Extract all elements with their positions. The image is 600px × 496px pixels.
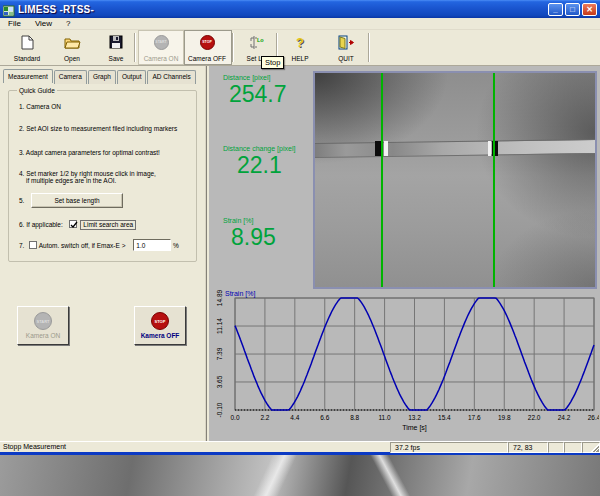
strain-value: 8.95 (231, 224, 276, 251)
svg-text:2.2: 2.2 (260, 414, 269, 421)
svg-text:4.4: 4.4 (290, 414, 299, 421)
guide-step-1: 1. Camera ON (19, 103, 191, 110)
desktop-wallpaper (0, 455, 600, 496)
menu-file[interactable]: File (8, 19, 21, 28)
guide-step-2: 2. Set AOI size to measurement filed inc… (19, 125, 191, 132)
svg-text:Time [s]: Time [s] (402, 424, 427, 432)
quick-guide-title: Quick Guide (17, 87, 57, 94)
camera-start-icon: START (154, 34, 169, 50)
kamera-off-button[interactable]: STOP Kamera OFF (134, 306, 186, 345)
svg-text:24.2: 24.2 (558, 414, 571, 421)
auto-switch-off-label: Autom. switch off, if Emax-E > (39, 242, 126, 249)
svg-text:Lo: Lo (257, 37, 264, 43)
save-label: Save (109, 55, 124, 62)
camera-live-image[interactable] (313, 71, 597, 289)
limit-search-checkbox[interactable] (69, 220, 77, 228)
svg-text:0.0: 0.0 (230, 414, 239, 421)
quit-label: QUIT (338, 55, 354, 62)
measurement-panel: Measurement Camera Graph Output AD Chann… (0, 66, 207, 441)
limit-search-label[interactable]: Limit search area (80, 220, 136, 230)
menu-help[interactable]: ? (66, 19, 70, 28)
camera-off-button[interactable]: STOP Camera OFF (185, 32, 229, 63)
status-panel-empty (548, 442, 564, 453)
svg-text:7.39: 7.39 (216, 347, 223, 360)
close-button[interactable]: ✕ (582, 3, 597, 16)
specimen-strip (313, 139, 597, 158)
marker-line-1[interactable] (381, 73, 383, 287)
guide-step-4: 4. Set marker 1/2 by right mouse click i… (19, 170, 191, 184)
save-floppy-icon (109, 34, 123, 50)
toolbar-separator (232, 33, 234, 62)
camera-stop-icon: STOP (200, 34, 215, 50)
help-button[interactable]: ? HELP (278, 32, 322, 63)
svg-text:26.4: 26.4 (588, 414, 599, 421)
marker-1-white (384, 141, 388, 156)
strain-chart-plot: 0.02.24.46.68.811.013.215.417.619.822.02… (215, 290, 599, 438)
quick-guide-groupbox: Quick Guide 1. Camera ON 2. Set AOI size… (8, 90, 197, 262)
chart-title: Strain [%] (225, 290, 255, 297)
marker-line-2[interactable] (493, 73, 495, 287)
open-folder-icon (64, 34, 81, 50)
stop-tooltip: Stop (261, 56, 284, 69)
camera-on-button[interactable]: START Camera ON (139, 32, 183, 63)
camera-off-label: Camera OFF (188, 55, 226, 62)
auto-switch-off-checkbox[interactable] (29, 241, 37, 249)
kamera-off-label: Kamera OFF (141, 332, 180, 339)
kamera-on-button[interactable]: START Kamera ON (17, 306, 69, 345)
quit-button[interactable]: QUIT (324, 32, 368, 63)
guide-step-3: 3. Adapt camera parameters for optimal c… (19, 149, 191, 156)
tab-output[interactable]: Output (117, 70, 147, 84)
set-base-length-button[interactable]: Set base length (31, 193, 123, 208)
tab-bar: Measurement Camera Graph Output AD Chann… (3, 70, 197, 84)
guide-step-6: 6. If applicable: Limit search area (19, 220, 191, 228)
open-button[interactable]: Open (50, 32, 94, 63)
main-area: Measurement Camera Graph Output AD Chann… (0, 66, 600, 441)
svg-text:14.89: 14.89 (216, 290, 223, 306)
tab-measurement[interactable]: Measurement (3, 69, 53, 83)
marker-2-white (488, 141, 491, 156)
percent-label: % (173, 242, 179, 249)
camera-on-label: Camera ON (144, 55, 179, 62)
screen: LIMESS -RTSS- _ □ ✕ File View ? Standard (0, 0, 600, 496)
distance-change-value: 22.1 (237, 152, 282, 179)
app-icon (3, 3, 15, 15)
set-lo-icon: Lo (247, 34, 265, 50)
standard-label: Standard (14, 55, 40, 62)
distance-label: Distance [pixel] (223, 74, 270, 81)
svg-text:8.8: 8.8 (350, 414, 359, 421)
maximize-button[interactable]: □ (565, 3, 580, 16)
svg-text:11.14: 11.14 (216, 318, 223, 334)
app-window: LIMESS -RTSS- _ □ ✕ File View ? Standard (0, 0, 600, 455)
tab-ad-channels[interactable]: AD Channels (147, 70, 195, 84)
toolbar-separator (368, 33, 370, 62)
menu-view[interactable]: View (35, 19, 52, 28)
toolbar-separator (134, 33, 136, 62)
statusbar: Stopp Measurement 37.2 fps 72, 83 (0, 441, 600, 452)
resize-grip[interactable] (591, 444, 599, 452)
tab-graph[interactable]: Graph (88, 70, 116, 84)
strain-label: Strain [%] (223, 217, 253, 224)
kamera-start-icon: START (34, 312, 52, 330)
svg-text:15.4: 15.4 (438, 414, 451, 421)
display-panel: Distance [pixel] 254.7 Distance change [… (209, 66, 600, 441)
menubar: File View ? (0, 18, 600, 30)
new-document-icon (21, 34, 34, 50)
tab-camera[interactable]: Camera (54, 70, 87, 84)
window-title: LIMESS -RTSS- (18, 4, 546, 15)
status-message: Stopp Measurement (3, 443, 66, 450)
kamera-on-label: Kamera ON (26, 332, 60, 339)
cursor-coords-panel: 72, 83 (508, 442, 548, 453)
standard-button[interactable]: Standard (5, 32, 49, 63)
help-question-icon: ? (296, 34, 304, 50)
svg-text:3.65: 3.65 (216, 375, 223, 388)
guide-step-7: 7. Autom. switch off, if Emax-E > % (19, 239, 191, 251)
titlebar[interactable]: LIMESS -RTSS- _ □ ✕ (0, 0, 600, 18)
minimize-button[interactable]: _ (548, 3, 563, 16)
kamera-stop-icon: STOP (151, 312, 169, 330)
save-button[interactable]: Save (94, 32, 138, 63)
svg-text:17.6: 17.6 (468, 414, 481, 421)
svg-text:19.8: 19.8 (498, 414, 511, 421)
open-label: Open (64, 55, 80, 62)
strain-chart: Strain [%] 0.02.24.46.68.811.013.215.417… (215, 290, 599, 438)
emax-threshold-input[interactable] (133, 239, 171, 251)
